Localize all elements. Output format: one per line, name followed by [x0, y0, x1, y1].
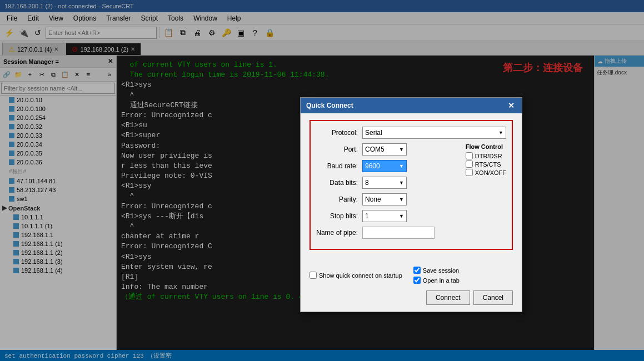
footer-checkboxes: Show quick connect on startup Save sessi… [309, 267, 513, 285]
pipe-input[interactable] [362, 227, 435, 239]
chevron-down-icon: ▼ [399, 163, 404, 169]
parity-value: None [365, 195, 381, 203]
parity-select[interactable]: None ▼ [362, 193, 407, 205]
xon-label: XON/XOFF [475, 169, 506, 176]
connect-button[interactable]: Connect [426, 290, 470, 305]
port-value: COM5 [365, 146, 385, 153]
dialog-title: Quick Connect [306, 102, 353, 109]
open-in-tab-checkbox[interactable] [413, 277, 421, 284]
footer-buttons: Connect Cancel [309, 290, 513, 305]
chevron-down-icon: ▼ [399, 213, 404, 219]
flow-control-box: Flow Control DTR/DSR RTS/CTS XON/XOFF [466, 143, 506, 177]
save-session-row: Save session [413, 267, 460, 274]
open-in-tab-row: Open in a tab [413, 277, 460, 284]
dialog-footer: Show quick connect on startup Save sessi… [301, 262, 522, 312]
dtr-checkbox[interactable] [466, 152, 473, 159]
parity-row: Parity: None ▼ [316, 193, 459, 205]
dialog-titlebar: Quick Connect ✕ [301, 98, 522, 113]
stopbits-select[interactable]: 1 ▼ [362, 210, 407, 222]
stopbits-value: 1 [365, 212, 369, 220]
dialog-body: Protocol: Serial ▼ Port: COM5 ▼ [301, 113, 522, 262]
chevron-down-icon: ▼ [498, 130, 503, 136]
show-startup-row: Show quick connect on startup [309, 267, 402, 284]
protocol-row: Protocol: Serial ▼ [316, 127, 506, 139]
rts-row: RTS/CTS [466, 161, 506, 168]
port-select[interactable]: COM5 ▼ [362, 143, 407, 156]
rts-label: RTS/CTS [475, 161, 501, 168]
show-startup-label: Show quick connect on startup [319, 272, 402, 279]
quick-connect-dialog: Quick Connect ✕ Protocol: Serial ▼ Por [300, 97, 522, 312]
xon-checkbox[interactable] [466, 169, 473, 176]
pipe-label: Name of pipe: [316, 229, 358, 237]
rts-checkbox[interactable] [466, 161, 473, 168]
stopbits-label: Stop bits: [316, 212, 358, 220]
xon-row: XON/XOFF [466, 169, 506, 176]
protocol-label: Protocol: [316, 129, 358, 137]
databits-value: 8 [365, 179, 369, 187]
port-label: Port: [316, 146, 358, 153]
protocol-value: Serial [365, 129, 382, 137]
dtr-row: DTR/DSR [466, 152, 506, 159]
dtr-label: DTR/DSR [475, 153, 502, 159]
databits-select[interactable]: 8 ▼ [362, 177, 407, 189]
databits-label: Data bits: [316, 179, 358, 187]
port-flowcontrol-row: Port: COM5 ▼ Baud rate: 9600 ▼ [316, 143, 506, 243]
show-startup-checkbox[interactable] [309, 272, 317, 279]
chevron-down-icon: ▼ [399, 197, 404, 202]
baudrate-select[interactable]: 9600 ▼ [362, 160, 407, 172]
chevron-down-icon: ▼ [399, 147, 404, 152]
baudrate-label: Baud rate: [316, 162, 358, 170]
modal-overlay: Quick Connect ✕ Protocol: Serial ▼ Por [0, 0, 644, 361]
highlighted-form-area: Protocol: Serial ▼ Port: COM5 ▼ [309, 120, 513, 250]
cancel-button[interactable]: Cancel [473, 290, 513, 305]
baudrate-row: Baud rate: 9600 ▼ [316, 160, 459, 172]
save-session-label: Save session [423, 267, 459, 274]
flow-control-title: Flow Control [466, 143, 506, 150]
port-row: Port: COM5 ▼ [316, 143, 459, 156]
baudrate-value: 9600 [365, 162, 380, 170]
open-in-tab-label: Open in a tab [423, 277, 460, 284]
parity-label: Parity: [316, 195, 358, 203]
protocol-select[interactable]: Serial ▼ [362, 127, 506, 139]
chevron-down-icon: ▼ [399, 180, 404, 185]
dialog-close-button[interactable]: ✕ [506, 101, 516, 111]
pipe-row: Name of pipe: [316, 227, 459, 239]
databits-row: Data bits: 8 ▼ [316, 177, 459, 189]
stopbits-row: Stop bits: 1 ▼ [316, 210, 459, 222]
save-session-checkbox[interactable] [413, 267, 421, 274]
